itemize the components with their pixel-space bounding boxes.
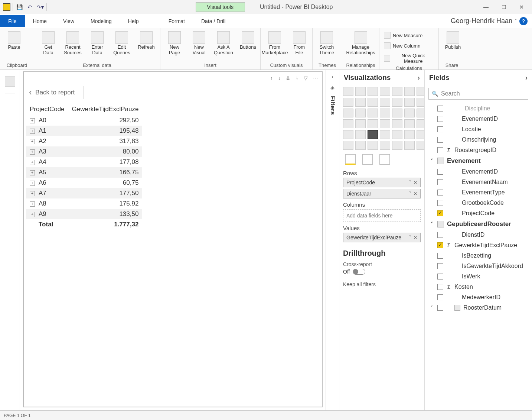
viz-type-icon[interactable] [417,109,424,117]
viz-type-icon[interactable] [368,119,378,128]
refresh-button[interactable]: Refresh [135,30,157,50]
field-row[interactable]: ˅RoosterDatum [428,303,529,313]
drill-up-icon[interactable]: ↑ [270,75,273,81]
table-row[interactable]: +A1195,48 [26,126,142,136]
viz-type-icon[interactable] [355,119,366,128]
viz-type-icon[interactable] [404,119,415,128]
manage-relationships-button[interactable]: Manage Relationships [345,30,376,56]
expand-icon[interactable]: + [30,139,35,144]
field-row[interactable]: Omschrijving [428,135,529,145]
field-row[interactable]: ˅Evenement [428,155,529,167]
help-icon[interactable]: ? [519,17,528,25]
ask-question-button[interactable]: Ask A Question [212,30,235,56]
col-projectcode[interactable]: ProjectCode [26,103,68,115]
tab-modeling[interactable]: Modeling [82,15,120,27]
viz-type-icon[interactable] [417,119,424,128]
table-row[interactable]: +A8175,92 [26,198,142,209]
expand-icon[interactable]: + [30,118,35,123]
report-view-icon[interactable] [5,77,15,87]
field-row[interactable]: IsBezetting [428,251,529,261]
expand-icon[interactable]: + [30,149,35,155]
viz-type-icon[interactable] [417,141,424,150]
analytics-tab-icon[interactable] [379,154,390,165]
field-row[interactable]: IsWerk [428,271,529,282]
viz-type-icon[interactable] [404,87,415,96]
field-row[interactable]: MedewerkerID [428,292,529,303]
viz-type-icon[interactable] [404,141,415,150]
chevron-down-icon[interactable]: ˅ [409,235,411,240]
field-row[interactable]: EvenementType [428,187,529,198]
viz-type-icon[interactable] [343,119,353,128]
new-column-button[interactable]: New Column [382,42,435,50]
viz-type-icon[interactable] [355,130,366,139]
viz-type-icon[interactable] [392,141,402,150]
field-row[interactable]: DienstID [428,230,529,240]
report-canvas[interactable]: ↑ ↓ ⇊ ⑂ ▽ ⋯ ‹ Back to report ProjectCode… [20,70,326,410]
rows-chip-dienstjaar[interactable]: DienstJaar˅✕ [343,189,421,198]
columns-dropzone[interactable]: Add data fields here [343,209,421,222]
minimize-button[interactable]: — [479,1,493,13]
viz-type-icon[interactable] [355,87,366,96]
table-row[interactable]: +A4177,08 [26,157,142,167]
from-marketplace-button[interactable]: From Marketplace [264,30,286,56]
viz-type-icon[interactable] [404,130,415,139]
viz-type-icon[interactable] [392,119,402,128]
chevron-down-icon[interactable]: ˅ [409,180,411,185]
new-visual-button[interactable]: New Visual [188,30,210,56]
user-name[interactable]: Georg-Hendrik Haan [451,17,512,25]
new-measure-button[interactable]: New Measure [382,31,435,39]
field-row[interactable]: GrootboekCode [428,198,529,208]
chevron-up-icon[interactable]: ˄ [515,18,517,24]
col-gewerktetijd[interactable]: GewerkteTijdExclPauze [68,103,143,115]
visual-tools-tab[interactable]: Visual tools [196,2,245,12]
format-painter-icon[interactable] [27,46,34,53]
field-row[interactable]: ΣGewerkteTijdExclPauze [428,240,529,251]
viz-type-icon[interactable] [368,109,378,117]
chevron-right-icon[interactable]: › [418,74,420,82]
viz-type-icon[interactable] [392,98,402,107]
viz-type-icon[interactable] [404,109,415,117]
close-button[interactable]: ✕ [514,1,529,13]
switch-theme-button[interactable]: Switch Theme [316,30,338,56]
redo-icon[interactable]: ↷▾ [36,3,44,11]
save-icon[interactable]: 💾 [15,3,23,11]
search-input[interactable] [441,90,525,97]
new-quick-measure-button[interactable]: New Quick Measure [382,52,435,65]
expand-icon[interactable]: + [30,201,35,207]
viz-type-icon[interactable] [343,109,353,117]
back-to-report-link[interactable]: Back to report [35,89,75,96]
field-row[interactable]: EvenementNaam [428,177,529,187]
publish-button[interactable]: Publish [442,30,464,50]
table-row[interactable]: +A660,75 [26,178,142,188]
remove-icon[interactable]: ✕ [414,180,417,185]
from-file-button[interactable]: From File [288,30,310,56]
get-data-button[interactable]: Get Data [37,30,59,56]
viz-type-icon[interactable] [380,98,390,107]
fields-search[interactable]: 🔍 [428,88,528,100]
viz-type-icon[interactable] [380,130,390,139]
new-page-button[interactable]: New Page [163,30,186,56]
viz-type-icon[interactable] [380,109,390,117]
tab-help[interactable]: Help [120,15,147,27]
viz-type-icon[interactable] [380,87,390,96]
field-row[interactable]: Discipline [428,103,529,114]
tab-view[interactable]: View [55,15,82,27]
expand-next-icon[interactable]: ⑂ [296,75,298,81]
table-row[interactable]: +A380,00 [26,146,142,157]
viz-type-icon[interactable] [343,141,353,150]
expand-icon[interactable]: + [30,160,35,165]
field-row[interactable]: ˅GepubliceerdRooster [428,219,529,230]
viz-type-icon[interactable] [417,130,424,139]
cut-icon[interactable] [27,30,34,36]
fields-tab-icon[interactable] [345,154,356,165]
viz-type-icon[interactable] [355,109,366,117]
tab-home[interactable]: Home [25,15,55,27]
field-row[interactable]: ΣRoostergroepID [428,145,529,155]
viz-type-icon[interactable] [380,119,390,128]
buttons-button[interactable]: Buttons [237,30,259,50]
model-view-icon[interactable] [5,111,15,121]
expand-icon[interactable]: + [30,181,35,186]
table-row[interactable]: +A5166,75 [26,167,142,178]
viz-type-icon[interactable] [368,141,378,150]
viz-type-icon[interactable] [368,87,378,96]
